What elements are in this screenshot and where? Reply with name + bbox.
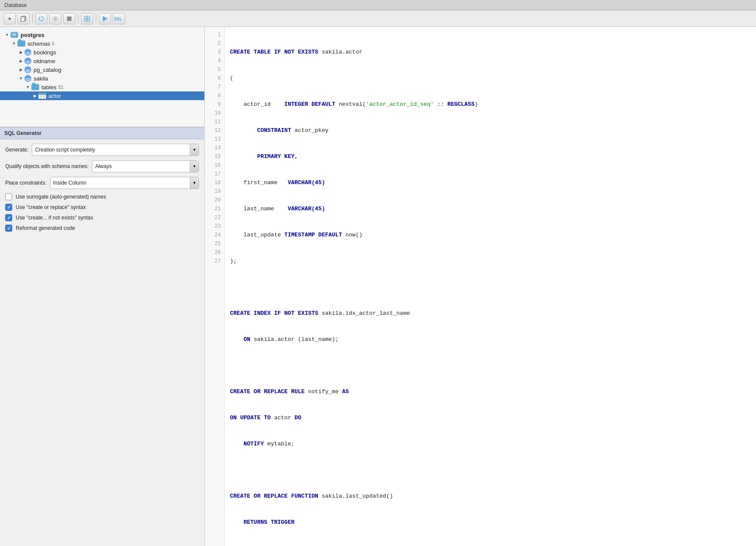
checkbox-surrogate-row: Use surrogate (auto-generated) names <box>5 193 199 200</box>
sql-generator-title: SQL Generator <box>4 130 41 136</box>
line-num-16: 16 <box>205 161 224 170</box>
code-line-3: actor_id INTEGER DEFAULT nextval('actor_… <box>230 100 751 109</box>
code-line-18: CREATE OR REPLACE FUNCTION sakila.last_u… <box>230 492 751 501</box>
code-line-6: first_name VARCHAR(45) <box>230 179 751 187</box>
line-num-9: 9 <box>205 100 224 109</box>
toolbar-stop-btn[interactable] <box>63 13 75 24</box>
tree-item-postgres[interactable]: DB postgres <box>0 30 204 39</box>
line-num-26: 26 <box>205 248 224 257</box>
line-num-20: 20 <box>205 196 224 205</box>
qualify-select[interactable]: Always ▼ <box>92 160 199 172</box>
toolbar: ＋ SQL <box>0 10 756 27</box>
tree-item-sakila[interactable]: sakila <box>0 74 204 83</box>
line-num-27: 27 <box>205 257 224 266</box>
line-num-21: 21 <box>205 205 224 213</box>
svg-rect-5 <box>84 16 87 18</box>
constraints-value: Inside Column <box>51 177 190 189</box>
line-num-19: 19 <box>205 187 224 196</box>
tree-item-pg_catalog[interactable]: pg_catalog <box>0 65 204 74</box>
tree-arrow-tables <box>24 84 31 91</box>
code-line-7: last_name VARCHAR(45) <box>230 205 751 213</box>
line-num-17: 17 <box>205 170 224 179</box>
checkbox-create-if-not-exists-label: Use "create... if not exists" syntax <box>16 215 93 221</box>
code-line-17 <box>230 466 751 475</box>
line-num-7: 7 <box>205 83 224 91</box>
toolbar-copy-btn[interactable] <box>17 13 30 24</box>
tree-item-schemas[interactable]: schemas 5 <box>0 39 204 48</box>
tree-arrow-actor <box>31 92 38 99</box>
title-label: Database <box>4 2 27 8</box>
tree-item-tables[interactable]: tables 51 <box>0 83 204 91</box>
checkbox-reformat-label: Reformat generated code <box>16 225 75 231</box>
toolbar-sep-2 <box>78 14 78 24</box>
tree-item-bookings[interactable]: bookings <box>0 48 204 57</box>
svg-rect-1 <box>21 17 25 21</box>
toolbar-refresh-btn[interactable] <box>35 13 47 24</box>
code-line-4: CONSTRAINT actor_pkey <box>230 126 751 135</box>
schemas-label: schemas <box>27 40 50 47</box>
line-num-23: 23 <box>205 222 224 231</box>
tables-folder-icon <box>31 84 39 90</box>
svg-rect-7 <box>84 19 87 21</box>
qualify-row: Qualify objects with schema names: Alway… <box>5 160 199 172</box>
pg_catalog-schema-icon <box>24 66 31 73</box>
line-numbers: 1 2 3 4 5 6 7 8 9 10 11 12 13 14 15 16 1… <box>205 27 225 546</box>
checkbox-reformat[interactable] <box>5 225 12 232</box>
checkbox-create-replace[interactable] <box>5 204 12 211</box>
tree-arrow-oldname <box>17 57 24 64</box>
line-num-8: 8 <box>205 91 224 100</box>
toolbar-sql-btn[interactable]: SQL <box>113 13 125 24</box>
code-line-12: ON sakila.actor (last_name); <box>230 335 751 344</box>
code-line-20: LANGUAGE plpgsql <box>230 544 751 546</box>
generate-select[interactable]: Creation script completely ▼ <box>32 144 199 156</box>
oldname-schema-icon <box>24 57 31 64</box>
sql-generator-body: Generate: Creation script completely ▼ Q… <box>0 139 204 546</box>
toolbar-run-btn[interactable] <box>99 13 111 24</box>
line-num-12: 12 <box>205 126 224 135</box>
toolbar-sep-3 <box>96 14 96 24</box>
line-num-25: 25 <box>205 239 224 248</box>
tree-item-oldname[interactable]: oldname <box>0 57 204 65</box>
svg-marker-9 <box>103 16 108 21</box>
code-editor[interactable]: 1 2 3 4 5 6 7 8 9 10 11 12 13 14 15 16 1… <box>205 27 756 546</box>
svg-rect-8 <box>88 19 90 21</box>
tree-arrow-pg_catalog <box>17 66 24 73</box>
tree-item-actor[interactable]: actor <box>0 91 204 100</box>
line-num-11: 11 <box>205 118 224 126</box>
postgres-label: postgres <box>20 32 44 38</box>
checkbox-surrogate[interactable] <box>5 193 12 200</box>
checkbox-create-replace-row: Use "create or replace" syntax <box>5 204 199 211</box>
constraints-select[interactable]: Inside Column ▼ <box>50 177 199 189</box>
svg-rect-6 <box>88 16 90 18</box>
toolbar-add-btn[interactable]: ＋ <box>3 13 16 24</box>
line-num-2: 2 <box>205 39 224 48</box>
tree-arrow-sakila <box>17 75 24 82</box>
line-num-10: 10 <box>205 109 224 118</box>
svg-point-3 <box>54 18 56 20</box>
line-num-22: 22 <box>205 213 224 222</box>
generate-row: Generate: Creation script completely ▼ <box>5 144 199 156</box>
svg-text:SQL: SQL <box>114 17 122 21</box>
qualify-value: Always <box>92 161 190 172</box>
checkbox-surrogate-label: Use surrogate (auto-generated) names <box>16 194 106 200</box>
toolbar-settings-btn[interactable] <box>49 13 61 24</box>
line-num-3: 3 <box>205 48 224 57</box>
constraints-arrow: ▼ <box>190 177 199 189</box>
generate-value: Creation script completely <box>32 144 190 155</box>
code-line-11: CREATE INDEX IF NOT EXISTS sakila.idx_ac… <box>230 309 751 318</box>
actor-table-icon <box>38 93 46 99</box>
bookings-label: bookings <box>34 49 56 56</box>
checkbox-reformat-row: Reformat generated code <box>5 225 199 232</box>
line-num-5: 5 <box>205 65 224 74</box>
left-panel: DB postgres schemas 5 <box>0 27 205 546</box>
code-line-14: CREATE OR REPLACE RULE notify_me AS <box>230 388 751 396</box>
code-content[interactable]: CREATE TABLE IF NOT EXISTS sakila.actor … <box>225 27 756 546</box>
tree-arrow-schemas <box>10 40 17 47</box>
postgres-db-icon: DB <box>10 32 18 38</box>
pg_catalog-label: pg_catalog <box>34 67 61 73</box>
checkbox-create-if-not-exists[interactable] <box>5 214 12 221</box>
toolbar-grid-btn[interactable] <box>81 13 93 24</box>
svg-point-17 <box>26 59 30 61</box>
svg-rect-23 <box>38 93 46 95</box>
svg-rect-4 <box>67 17 71 21</box>
